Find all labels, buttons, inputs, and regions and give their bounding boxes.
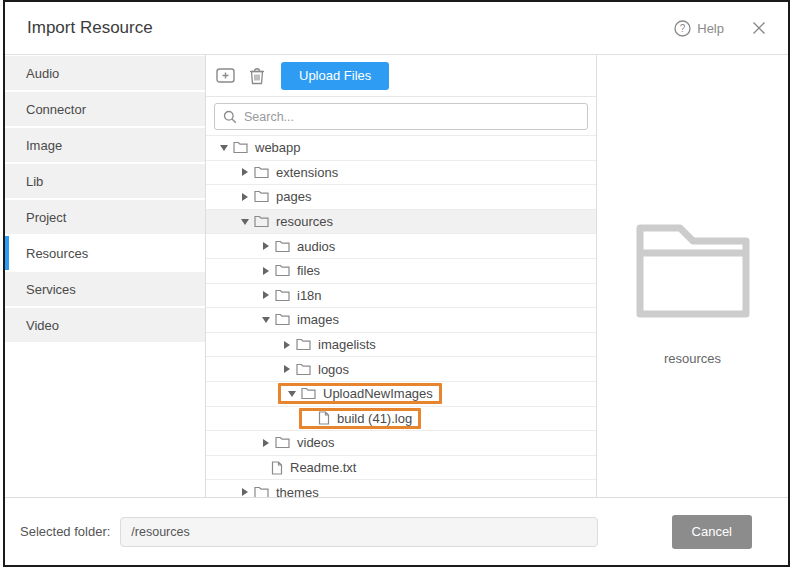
caret-collapsed-icon[interactable] xyxy=(278,365,296,373)
folder-icon xyxy=(275,240,290,253)
svg-text:?: ? xyxy=(680,23,686,34)
folder-icon xyxy=(275,313,290,326)
large-folder-icon xyxy=(635,223,751,319)
tree-node-label: audios xyxy=(297,239,335,254)
folder-icon xyxy=(254,486,269,497)
import-resource-dialog: Import Resource ? Help AudioConnectorIma xyxy=(3,0,790,567)
tree-node-label: resources xyxy=(276,214,333,229)
file-browser-panel: Upload Files webappextensionspagesresour… xyxy=(206,55,597,497)
tree-row[interactable]: files xyxy=(206,259,596,284)
folder-icon xyxy=(296,338,311,351)
caret-collapsed-icon[interactable] xyxy=(257,439,275,447)
folder-icon xyxy=(275,264,290,277)
tree-node-label: videos xyxy=(297,435,335,450)
tree-row[interactable]: webapp xyxy=(206,136,596,161)
caret-expanded-icon[interactable] xyxy=(215,145,233,151)
folder-icon xyxy=(296,363,311,376)
tree-node-label: themes xyxy=(276,485,319,497)
help-button[interactable]: ? Help xyxy=(674,20,724,37)
tree-node-label: pages xyxy=(276,189,311,204)
tree-row[interactable]: build (41).log xyxy=(206,407,596,432)
sidebar-item-label: Audio xyxy=(26,66,59,81)
tree-node-label: files xyxy=(297,263,320,278)
tree-node-label: imagelists xyxy=(318,337,376,352)
sidebar-item-video[interactable]: Video xyxy=(5,308,205,342)
caret-expanded-icon[interactable] xyxy=(257,317,275,323)
category-sidebar: AudioConnectorImageLibProjectResourcesSe… xyxy=(5,55,206,497)
tree-node-label: build (41).log xyxy=(337,411,412,426)
close-icon[interactable] xyxy=(752,21,766,35)
tree-row[interactable]: i18n xyxy=(206,284,596,309)
tree-row[interactable]: extensions xyxy=(206,161,596,186)
file-icon xyxy=(318,411,330,425)
sidebar-item-audio[interactable]: Audio xyxy=(5,56,205,90)
caret-collapsed-icon[interactable] xyxy=(278,341,296,349)
preview-panel: resources xyxy=(597,55,788,497)
tree-row[interactable]: UploadNewImages xyxy=(206,382,596,407)
caret-collapsed-icon[interactable] xyxy=(257,267,275,275)
tree-row[interactable]: videos xyxy=(206,431,596,456)
delete-icon[interactable] xyxy=(249,67,265,85)
tree-node-label: webapp xyxy=(255,140,301,155)
sidebar-item-resources[interactable]: Resources xyxy=(5,236,205,270)
file-icon xyxy=(271,461,283,475)
sidebar-item-label: Video xyxy=(26,318,59,333)
folder-icon xyxy=(254,166,269,179)
new-folder-icon[interactable] xyxy=(216,67,235,84)
help-icon: ? xyxy=(674,20,691,37)
sidebar-item-connector[interactable]: Connector xyxy=(5,92,205,126)
file-tree: webappextensionspagesresourcesaudiosfile… xyxy=(206,135,596,497)
caret-collapsed-icon[interactable] xyxy=(236,193,254,201)
folder-icon xyxy=(301,387,316,400)
sidebar-item-label: Image xyxy=(26,138,62,153)
caret-collapsed-icon[interactable] xyxy=(257,291,275,299)
sidebar-item-services[interactable]: Services xyxy=(5,272,205,306)
sidebar-item-label: Lib xyxy=(26,174,43,189)
sidebar-item-label: Connector xyxy=(26,102,86,117)
folder-icon xyxy=(275,436,290,449)
sidebar-item-lib[interactable]: Lib xyxy=(5,164,205,198)
tree-node-label: images xyxy=(297,312,339,327)
dialog-header: Import Resource ? Help xyxy=(5,2,788,55)
search-box xyxy=(214,103,588,130)
page-title: Import Resource xyxy=(27,18,153,38)
sidebar-item-project[interactable]: Project xyxy=(5,200,205,234)
caret-expanded-icon[interactable] xyxy=(236,219,254,225)
caret-collapsed-icon[interactable] xyxy=(257,242,275,250)
sidebar-item-image[interactable]: Image xyxy=(5,128,205,162)
tree-node-label: UploadNewImages xyxy=(323,386,433,401)
caret-collapsed-icon[interactable] xyxy=(236,168,254,176)
cancel-button[interactable]: Cancel xyxy=(672,515,752,549)
tree-row[interactable]: images xyxy=(206,308,596,333)
tree-row[interactable]: resources xyxy=(206,210,596,235)
search-icon xyxy=(223,110,237,124)
sidebar-item-label: Resources xyxy=(26,246,88,261)
folder-icon xyxy=(233,141,248,154)
folder-icon xyxy=(254,190,269,203)
tree-row[interactable]: audios xyxy=(206,234,596,259)
help-label: Help xyxy=(697,21,724,36)
folder-icon xyxy=(254,215,269,228)
tree-row[interactable]: Readme.txt xyxy=(206,456,596,481)
selected-folder-input[interactable] xyxy=(120,517,598,547)
tree-node-label: extensions xyxy=(276,165,338,180)
tree-node-label: logos xyxy=(318,362,349,377)
tree-row[interactable]: imagelists xyxy=(206,333,596,358)
tree-row[interactable]: themes xyxy=(206,480,596,497)
dialog-footer: Selected folder: Cancel xyxy=(5,497,788,565)
tree-row[interactable]: logos xyxy=(206,357,596,382)
tree-node-label: i18n xyxy=(297,288,322,303)
selected-folder-label: Selected folder: xyxy=(20,524,110,539)
caret-collapsed-icon[interactable] xyxy=(236,488,254,496)
sidebar-item-label: Project xyxy=(26,210,66,225)
folder-icon xyxy=(275,289,290,302)
caret-expanded-icon[interactable] xyxy=(283,391,301,397)
upload-files-button[interactable]: Upload Files xyxy=(281,62,389,90)
sidebar-item-label: Services xyxy=(26,282,76,297)
preview-folder-name: resources xyxy=(664,351,721,366)
toolbar: Upload Files xyxy=(206,55,596,97)
search-input[interactable] xyxy=(244,110,579,124)
tree-row[interactable]: pages xyxy=(206,185,596,210)
tree-node-label: Readme.txt xyxy=(290,460,356,475)
